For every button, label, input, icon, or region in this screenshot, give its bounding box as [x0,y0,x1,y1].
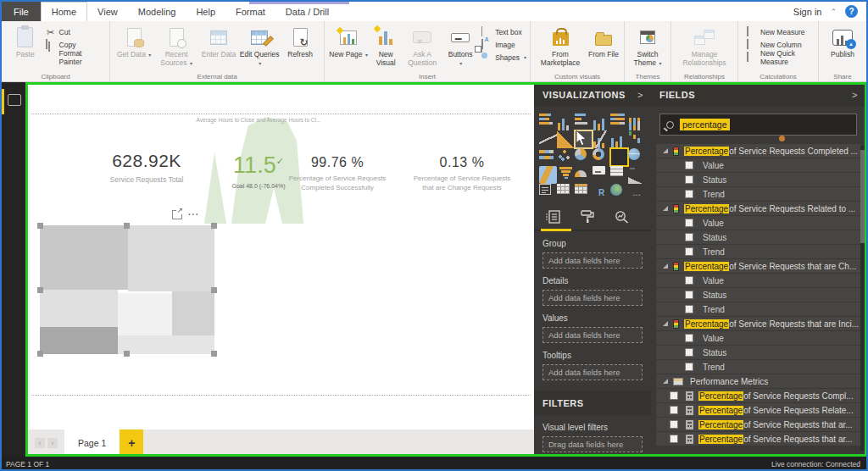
viz-kpi-icon[interactable] [628,166,646,184]
field-checkbox[interactable] [685,363,693,371]
field-value[interactable]: Value [656,274,860,287]
from-marketplace-button[interactable]: From Marketplace [534,24,587,67]
previous-page-arrow-icon[interactable]: ‹ [35,438,45,448]
viz-funnel-icon[interactable] [557,166,575,184]
viz-multi-row-card-icon[interactable] [610,166,623,176]
field-group-pct-completed[interactable]: Percentage of Service Requests Completed… [656,144,860,158]
tab-format[interactable]: Format [225,2,275,21]
resize-handle[interactable] [37,351,43,357]
field-checkbox[interactable] [685,175,693,184]
viz-gauge-icon[interactable] [575,170,587,177]
manage-relationships-button[interactable]: Manage Relationships [675,24,734,67]
field-checkbox[interactable] [685,291,693,299]
new-measure-button[interactable]: New Measure [747,26,815,37]
format-tab[interactable] [581,208,594,225]
tab-modeling[interactable]: Modeling [128,2,186,21]
card-pct-completed[interactable]: 99.76 % Percentage of Service RequestsCo… [270,155,405,192]
field-checkbox[interactable] [685,348,693,357]
field-status[interactable]: Status [656,230,860,244]
publish-button[interactable]: Publish [822,24,863,58]
viz-clustered-column-chart-icon[interactable] [593,113,610,130]
field-well-dropzone[interactable]: Add data fields here [542,252,643,269]
field-checkbox[interactable] [670,420,678,429]
expand-collapse-icon[interactable] [663,148,668,153]
viz-slicer-icon[interactable] [539,184,551,195]
field-well-dropzone[interactable]: Add data fields here [542,364,643,380]
new-page-button[interactable]: New Page ▾ [328,24,369,58]
viz-scatter-chart-icon[interactable] [557,148,575,166]
collapse-panel-icon[interactable]: > [852,90,858,100]
expand-collapse-icon[interactable] [663,206,668,211]
viz-stacked-bar-chart-icon[interactable] [539,113,557,130]
resize-handle[interactable] [211,351,217,357]
field-checkbox[interactable] [670,406,678,414]
from-file-button[interactable]: From File [587,24,620,58]
field-measure-pct-completed[interactable]: Percentage of Service Requests Compl... [656,389,860,402]
expand-collapse-icon[interactable] [663,321,668,326]
page-tab[interactable]: Page 1 [64,429,120,457]
field-checkbox[interactable] [670,391,678,400]
expand-collapse-icon[interactable] [663,263,668,269]
field-checkbox[interactable] [685,190,693,198]
field-checkbox[interactable] [685,161,693,169]
shapes-button[interactable]: Shapes ▾ [481,52,526,63]
refresh-button[interactable]: Refresh [280,24,320,58]
field-status[interactable]: Status [656,173,860,186]
field-measure-pct-that-are-2[interactable]: Percentage of Service Requests that ar..… [656,432,860,446]
scrollbar-thumb[interactable] [860,150,865,243]
field-well-dropzone[interactable]: Add data fields here [542,290,643,306]
viz-100-stacked-bar-chart-icon[interactable] [610,113,628,130]
visual-filters-dropzone[interactable]: Drag data fields here [542,436,643,452]
viz-map-icon[interactable] [628,148,640,160]
switch-theme-button[interactable]: Switch Theme ▾ [628,24,667,67]
selected-treemap-visual[interactable] [40,225,214,354]
viz-clustered-bar-chart-icon[interactable] [575,113,593,130]
field-trend[interactable]: Trend [656,302,860,316]
edit-queries-button[interactable]: Edit Queries ▾ [239,24,280,67]
text-box-button[interactable]: Text box [481,26,526,37]
resize-handle[interactable] [124,223,130,229]
tab-home[interactable]: Home [41,2,87,21]
card-pct-change-requests[interactable]: 0.13 % Percentage of Service Requeststha… [394,155,530,192]
viz-line-chart-icon[interactable] [539,130,557,148]
field-measure-pct-that-are-1[interactable]: Percentage of Service Requests that ar..… [656,418,860,431]
get-data-button[interactable]: Get Data ▾ [114,24,154,58]
format-painter-button[interactable]: Format Painter [46,52,107,63]
enter-data-button[interactable]: Enter Data [198,24,239,58]
expand-collapse-icon[interactable] [663,379,668,384]
field-group-pct-change[interactable]: Percentage of Service Requests that are … [656,259,860,273]
tab-file[interactable]: File [2,2,41,21]
field-value[interactable]: Value [656,158,860,172]
resize-handle[interactable] [37,287,43,293]
field-value[interactable]: Value [656,216,860,230]
resize-handle[interactable] [37,223,43,229]
viz-pie-chart-icon[interactable] [575,148,587,160]
cut-button[interactable]: ✂Cut [46,26,107,37]
field-checkbox[interactable] [685,276,693,285]
field-checkbox[interactable] [685,233,693,241]
field-group-pct-incident[interactable]: Percentage of Service Requests that are … [656,317,860,330]
report-canvas[interactable]: 628.92K Service Requests Total Average H… [28,83,534,429]
field-trend[interactable]: Trend [656,187,860,201]
viz-waterfall-chart-icon[interactable] [628,130,646,148]
analytics-tab[interactable] [615,208,629,225]
resize-handle[interactable] [124,351,130,357]
viz-stacked-column-chart-icon[interactable] [557,113,575,130]
collapse-ribbon-icon[interactable]: ⌃ [830,8,837,16]
viz-treemap-icon[interactable] [610,148,628,166]
viz-stacked-area-chart-icon[interactable] [575,130,593,148]
viz-matrix-icon[interactable] [575,184,587,194]
field-trend[interactable]: Trend [656,245,860,258]
next-page-arrow-icon[interactable]: › [47,438,58,448]
add-page-button[interactable]: + [120,429,143,457]
paste-button[interactable]: Paste [5,24,46,58]
field-table-performance-metrics[interactable]: Performance Metrics [656,374,860,388]
viz-line-and-clustered-column-chart-icon[interactable] [610,130,628,148]
sign-in-link[interactable]: Sign in [793,7,822,17]
viz-arcgis-map-icon[interactable] [610,184,622,196]
field-group-pct-related[interactable]: Percentage of Service Requests Related t… [656,202,860,215]
field-checkbox[interactable] [685,219,693,227]
viz-card-icon[interactable] [593,166,605,175]
focus-mode-icon[interactable] [172,210,182,219]
buttons-button[interactable]: Buttons▾ [442,24,479,67]
